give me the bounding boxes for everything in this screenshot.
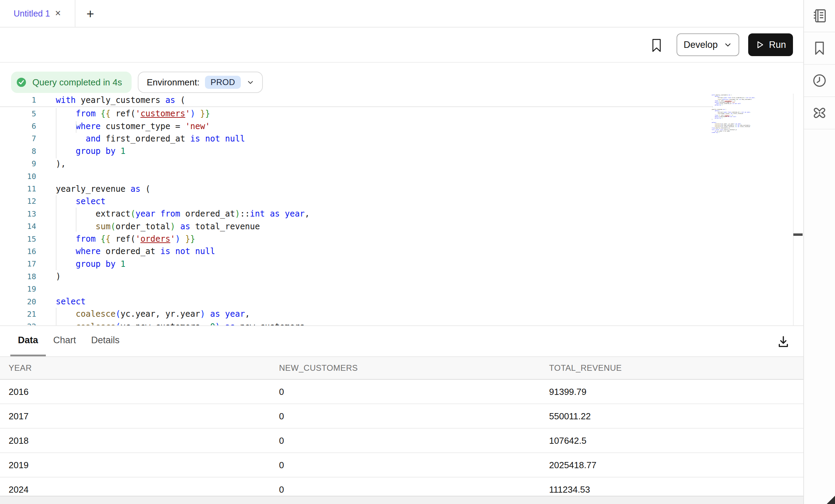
line-number: 14 (0, 222, 36, 231)
download-button[interactable] (776, 334, 791, 349)
line-number: 18 (0, 272, 36, 281)
indent-guide (56, 195, 56, 270)
resize-handle[interactable] (827, 496, 835, 504)
bookmark-icon (651, 38, 662, 53)
line-number: 20 (0, 297, 36, 306)
line-code: yearly_revenue as ( (56, 184, 151, 194)
right-sidebar (803, 0, 835, 504)
cell-total_revenue: 107642.5 (549, 435, 586, 446)
line-number: 11 (0, 185, 36, 193)
download-icon (776, 335, 790, 349)
query-status-text: Query completed in 4s (32, 77, 122, 88)
line-number: 5 (0, 109, 36, 118)
code-line-12: 12 select (0, 195, 792, 208)
sidebar-button-bookmark[interactable] (804, 32, 835, 65)
line-code: coalesce(yc.new_customers, 0) as new_cus… (56, 322, 310, 325)
code-line-8: 8 group by 1 (0, 145, 792, 157)
line-number: 10 (0, 172, 36, 181)
results-tab-data[interactable]: Data (10, 326, 46, 356)
tab-untitled-1[interactable]: Untitled 1 ✕ (0, 0, 75, 27)
column-header-total_revenue: TOTAL_REVENUE (549, 363, 622, 373)
column-header-year: YEAR (9, 363, 32, 373)
code-line-18: 18) (0, 270, 792, 283)
line-code: group by 1 (56, 146, 125, 156)
indent-guide (76, 121, 76, 133)
sticky-line-code: with yearly_customers as ( (56, 95, 185, 105)
tab-close-icon[interactable]: ✕ (55, 10, 61, 17)
cell-total_revenue: 91399.79 (549, 386, 586, 397)
tab-title: Untitled 1 (13, 9, 50, 19)
code-lines: 5 from {{ ref('customers') }}6 where cus… (0, 107, 792, 325)
compass-icon (812, 105, 827, 120)
run-button[interactable]: Run (748, 33, 793, 56)
cell-new_customers: 0 (279, 484, 284, 495)
bookmark-icon (812, 41, 827, 56)
code-line-9: 9), (0, 158, 792, 170)
sticky-line-number: 1 (0, 96, 36, 104)
develop-label: Develop (683, 40, 718, 50)
line-number: 21 (0, 310, 36, 318)
line-code: extract(year from ordered_at)::int as ye… (56, 209, 310, 219)
editor-minimap[interactable]: with yearly_customers as ( select extrac… (712, 94, 763, 225)
horizontal-scrollbar[interactable] (0, 496, 803, 504)
cell-year: 2016 (9, 386, 29, 397)
line-number: 8 (0, 147, 36, 156)
line-number: 7 (0, 134, 36, 143)
code-line-15: 15 from {{ ref('orders') }} (0, 233, 792, 245)
line-number: 16 (0, 247, 36, 256)
minimap-line: order by 1 (712, 132, 763, 133)
sidebar-button-history[interactable] (804, 65, 835, 97)
new-tab-button[interactable]: + (81, 5, 99, 23)
code-line-7: 7 and first_ordered_at is not null (0, 133, 792, 145)
sticky-scroll-line: 1 with yearly_customers as ( (0, 94, 711, 106)
code-line-17: 17 group by 1 (0, 258, 792, 270)
history-icon (812, 73, 827, 88)
cell-year: 2018 (9, 435, 29, 446)
line-code: and first_ordered_at is not null (56, 134, 245, 144)
code-line-11: 11yearly_revenue as ( (0, 182, 792, 195)
table-row-2018: 20180107642.5 (0, 429, 803, 453)
code-line-10: 10 (0, 170, 792, 182)
table-header-row: YEARNEW_CUSTOMERSTOTAL_REVENUE (0, 357, 803, 380)
line-code: group by 1 (56, 259, 125, 269)
code-line-19: 19 (0, 283, 792, 295)
indent-guide (76, 208, 76, 232)
run-label: Run (769, 40, 786, 50)
editor-tab-bar: Untitled 1 ✕ + (0, 0, 803, 28)
results-tab-details[interactable]: Details (84, 326, 127, 356)
line-code: coalesce(yc.year, yr.year) as year, (56, 309, 250, 319)
sticky-scroll-border (0, 106, 711, 107)
query-status-badge: Query completed in 4s (11, 72, 132, 93)
check-circle-icon (16, 77, 27, 88)
line-code: ), (56, 159, 66, 169)
sidebar-button-notebook[interactable] (804, 0, 835, 32)
environment-value-badge: PROD (205, 76, 240, 89)
environment-selector[interactable]: Environment: PROD (138, 72, 263, 93)
chevron-down-icon (246, 78, 255, 86)
bookmark-button[interactable] (649, 37, 664, 54)
line-number: 19 (0, 285, 36, 293)
editor-scrollbar-marker[interactable] (793, 233, 803, 236)
cell-year: 2024 (9, 484, 29, 495)
line-code: ) (56, 272, 61, 281)
results-tab-chart[interactable]: Chart (46, 326, 84, 356)
code-editor[interactable]: 1 with yearly_customers as ( 5 from {{ r… (0, 94, 803, 325)
table-row-2016: 2016091399.79 (0, 380, 803, 404)
chevron-down-icon (723, 40, 732, 49)
results-tab-bar: DataChartDetails (0, 325, 803, 357)
cell-new_customers: 0 (279, 435, 284, 446)
cell-year: 2017 (9, 411, 29, 421)
line-code: where ordered_at is not null (56, 246, 215, 256)
environment-label: Environment: (147, 77, 199, 88)
line-number: 6 (0, 122, 36, 130)
sidebar-button-compass[interactable] (804, 97, 835, 129)
line-code: sum(order_total) as total_revenue (56, 222, 260, 231)
sql-ide-app: Untitled 1 ✕ + Develop Ru (0, 0, 835, 504)
indent-guide (56, 308, 56, 325)
code-line-5: 5 from {{ ref('customers') }} (0, 107, 792, 120)
status-row: Query completed in 4s Environment: PROD (0, 63, 803, 94)
develop-button[interactable]: Develop (677, 33, 739, 56)
line-number: 17 (0, 260, 36, 268)
line-code: select (56, 297, 86, 306)
line-number: 12 (0, 197, 36, 206)
